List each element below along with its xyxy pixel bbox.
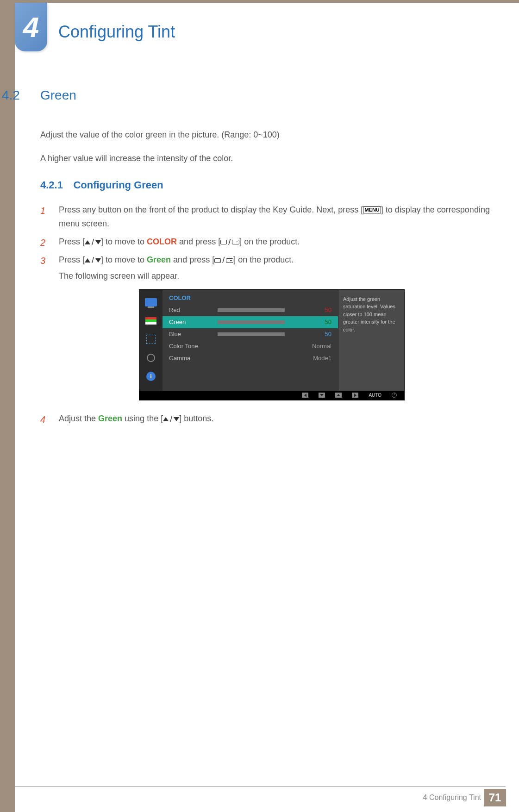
term-color: COLOR <box>147 237 177 246</box>
osd-bar-blue <box>218 332 285 336</box>
osd-label-gamma: Gamma <box>169 355 218 362</box>
footer-page-number: 71 <box>484 789 506 806</box>
step-2-text-c: and press [ <box>177 237 220 246</box>
osd-row-colortone: Color Tone Normal <box>163 340 338 352</box>
step-2-text-d: ] on the product. <box>239 237 300 246</box>
up-down-icon: / <box>163 412 179 426</box>
step-3-extra: The following screen will appear. <box>59 271 496 281</box>
step-4-text-a: Adjust the <box>59 414 98 423</box>
power-icon <box>392 393 397 398</box>
step-number: 3 <box>40 253 45 269</box>
osd-value-red: 50 <box>315 306 331 313</box>
nav-size-icon <box>144 332 158 346</box>
step-1-text-a: Press any button on the front of the pro… <box>59 205 363 214</box>
osd-row-blue: Blue 50 <box>163 328 338 340</box>
nav-right-icon <box>352 393 358 398</box>
section-number: 4.2 <box>2 88 20 103</box>
nav-up-icon <box>335 393 342 398</box>
osd-row-green: Green 50 <box>163 316 338 328</box>
step-1: 1 Press any button on the front of the p… <box>40 203 496 231</box>
section-title: Green <box>40 88 76 103</box>
menu-button-icon: MENU <box>363 206 381 213</box>
step-3-text-d: ] on the product. <box>233 255 294 264</box>
osd-screenshot: i COLOR Red 50 Green 50 Blue <box>139 289 496 400</box>
osd-main: COLOR Red 50 Green 50 Blue 50 <box>163 290 338 391</box>
osd-value-blue: 50 <box>315 331 331 337</box>
nav-picture-icon <box>144 295 158 309</box>
term-green: Green <box>98 414 122 423</box>
top-margin-strip <box>0 0 519 3</box>
osd-help-text: Adjust the green saturation level. Value… <box>338 290 404 391</box>
osd-title: COLOR <box>163 294 338 304</box>
osd-bottom-bar: AUTO <box>139 391 404 400</box>
osd-label-red: Red <box>169 306 218 313</box>
step-3-text-b: ] to move to <box>101 255 147 264</box>
osd-row-red: Red 50 <box>163 304 338 316</box>
step-4: 4 Adjust the Green using the [/] buttons… <box>40 412 496 426</box>
subsection-header: 4.2.1 Configuring Green <box>40 179 496 191</box>
osd-bar-green <box>218 320 285 324</box>
osd-value-colortone: Normal <box>312 343 331 350</box>
footer-chapter-label: 4 Configuring Tint <box>423 793 481 802</box>
step-2: 2 Press [/] to move to COLOR and press [… <box>40 235 496 250</box>
nav-settings-icon <box>144 351 158 365</box>
step-number: 4 <box>40 412 45 427</box>
enter-source-icon: / <box>220 235 239 250</box>
steps-list: 1 Press any button on the front of the p… <box>40 203 496 268</box>
osd-panel: i COLOR Red 50 Green 50 Blue <box>139 289 405 400</box>
steps-list-2: 4 Adjust the Green using the [/] buttons… <box>40 412 496 426</box>
content-area: 4.2 Green Adjust the value of the color … <box>15 88 496 430</box>
step-3-text-a: Press [ <box>59 255 85 264</box>
step-2-text-a: Press [ <box>59 237 85 246</box>
step-4-text-b: using the [ <box>122 414 163 423</box>
step-4-text-c: ] buttons. <box>179 414 213 423</box>
osd-label-green: Green <box>169 319 218 325</box>
step-3-text-c: and press [ <box>171 255 214 264</box>
term-green: Green <box>147 255 171 264</box>
up-down-icon: / <box>85 235 101 250</box>
subsection-title: Configuring Green <box>73 179 163 191</box>
step-number: 1 <box>40 203 45 219</box>
osd-bar-red <box>218 308 285 312</box>
auto-label: AUTO <box>369 393 381 398</box>
section-header: 4.2 Green <box>15 88 496 103</box>
nav-down-icon <box>319 393 325 398</box>
subsection-number: 4.2.1 <box>40 179 63 191</box>
page-title: Configuring Tint <box>58 22 175 42</box>
step-2-text-b: ] to move to <box>101 237 147 246</box>
left-margin-strip <box>0 0 15 812</box>
osd-row-gamma: Gamma Mode1 <box>163 352 338 364</box>
osd-label-blue: Blue <box>169 331 218 337</box>
intro-text-2: A higher value will increase the intensi… <box>40 152 496 165</box>
step-number: 2 <box>40 235 45 250</box>
nav-color-icon <box>144 314 158 328</box>
enter-source-icon: / <box>214 253 233 268</box>
up-down-icon: / <box>85 253 101 268</box>
step-3: 3 Press [/] to move to Green and press [… <box>40 253 496 268</box>
osd-value-gamma: Mode1 <box>313 355 331 362</box>
intro-text-1: Adjust the value of the color green in t… <box>40 128 496 142</box>
footer-divider <box>15 786 506 787</box>
osd-value-green: 50 <box>315 319 331 325</box>
osd-nav: i <box>139 290 163 391</box>
chapter-badge: 4 <box>15 3 47 51</box>
nav-info-icon: i <box>144 369 158 383</box>
osd-label-colortone: Color Tone <box>169 343 218 350</box>
nav-left-icon <box>302 393 308 398</box>
